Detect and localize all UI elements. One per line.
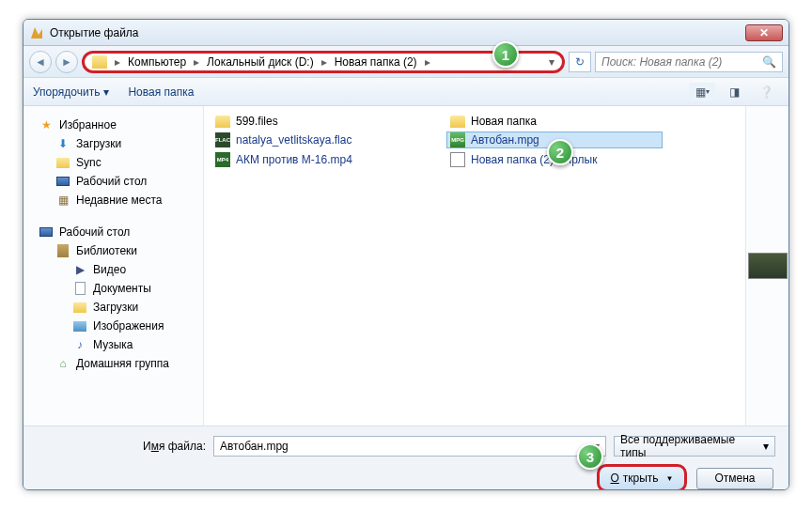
file-item[interactable]: MP4АКМ против М-16.mp4 [211,151,428,168]
chevron-right-icon: ▸ [113,55,122,69]
folder-icon [92,55,107,69]
split-arrow-icon: ▼ [666,474,674,483]
tree-pictures[interactable]: Изображения [23,317,203,335]
tree-recent[interactable]: ▦Недавние места [23,191,203,209]
recent-icon: ▦ [55,193,70,208]
view-icon: ▦ [695,85,706,99]
desktop-icon [39,227,53,237]
filename-label: Имя файла: [37,440,206,453]
tree-favorites[interactable]: ★Избранное [23,116,203,134]
window-title: Открытие файла [50,26,745,39]
file-list[interactable]: 599.files FLACnatalya_vetlitskaya.flac M… [204,106,745,426]
music-icon: ♪ [72,337,87,352]
homegroup-icon: ⌂ [55,356,70,371]
tree-video[interactable]: ▶Видео [23,260,203,279]
breadcrumb-seg[interactable]: Новая папка (2) [331,55,421,69]
tree-desktop2[interactable]: Рабочий стол [23,223,203,241]
chevron-down-icon: ▾ [706,87,710,96]
refresh-icon: ↻ [575,55,585,69]
picture-icon [73,321,86,332]
help-button[interactable]: ❔ [753,83,779,101]
shortcut-icon [450,152,465,167]
search-icon: 🔍 [762,55,776,69]
footer: Имя файла: Автобан.mpg▾ Все поддерживаем… [23,426,789,489]
new-folder-button[interactable]: Новая папка [128,85,194,99]
tree-documents[interactable]: Документы [23,279,203,298]
navbar: ◄ ► ▸ Компьютер ▸ Локальный диск (D:) ▸ … [23,46,789,78]
folder-icon [450,116,465,128]
filetype-combo[interactable]: Все поддерживаемые типы▾ [614,436,775,457]
file-dialog: Открытие файла ✕ ◄ ► ▸ Компьютер ▸ Локал… [23,19,789,490]
preview-pane-button[interactable]: ◨ [721,83,747,101]
folder-icon [56,158,70,168]
tree-sync[interactable]: Sync [23,153,203,172]
titlebar: Открытие файла ✕ [23,20,789,46]
callout-1: 1 [492,41,519,68]
file-item[interactable]: 599.files [211,114,428,129]
download-icon: ⬇ [55,136,70,151]
library-icon [57,244,69,257]
preview-pane [745,106,789,426]
tree-homegroup[interactable]: ⌂Домашняя группа [23,354,203,373]
filename-input[interactable]: Автобан.mpg▾ [213,436,606,457]
callout-3: 3 [577,443,603,470]
tree-desktop[interactable]: Рабочий стол [23,172,203,191]
preview-thumbnail [748,253,788,279]
file-item[interactable]: Новая папка [446,114,663,129]
video-icon: ▶ [72,262,87,277]
tree-downloads[interactable]: ⬇Загрузки [23,134,203,153]
cancel-button[interactable]: Отмена [696,468,773,489]
chevron-right-icon: ▸ [423,55,432,69]
folder-icon [73,302,86,313]
chevron-down-icon: ▾ [763,440,769,453]
breadcrumb-seg[interactable]: Локальный диск (D:) [203,55,318,69]
mpg-icon: MPG [450,132,465,147]
chevron-down-icon: ▾ [103,85,109,99]
app-icon [29,25,44,40]
view-options-button[interactable]: ▦▾ [689,83,715,101]
search-input[interactable] [601,55,762,69]
chevron-right-icon: ▸ [320,55,329,69]
organize-button[interactable]: Упорядочить ▾ [33,85,109,99]
chevron-right-icon: ▸ [192,55,201,69]
refresh-button[interactable]: ↻ [569,52,591,72]
arrow-left-icon: ◄ [35,55,46,69]
folder-icon [215,116,230,128]
forward-button[interactable]: ► [55,51,78,73]
tree-libraries[interactable]: Библиотеки [23,241,203,260]
close-button[interactable]: ✕ [745,24,783,41]
file-item[interactable]: FLACnatalya_vetlitskaya.flac [211,132,428,148]
document-icon [75,282,86,295]
flac-icon: FLAC [215,132,230,147]
chevron-down-icon[interactable]: ▾ [549,55,554,69]
arrow-right-icon: ► [61,55,72,69]
desktop-icon [56,177,70,186]
mp4-icon: MP4 [215,152,230,167]
search-box[interactable]: 🔍 [595,52,783,72]
nav-tree[interactable]: ★Избранное ⬇Загрузки Sync Рабочий стол ▦… [23,106,204,426]
tree-downloads2[interactable]: Загрузки [23,298,203,317]
star-icon: ★ [39,117,54,132]
close-icon: ✕ [759,26,769,39]
tree-music[interactable]: ♪Музыка [23,335,203,354]
back-button[interactable]: ◄ [29,51,52,73]
preview-icon: ◨ [729,85,740,99]
open-button[interactable]: Открыть▼ [597,464,687,490]
breadcrumb-seg[interactable]: Компьютер [124,55,190,69]
callout-2: 2 [547,139,573,165]
body: ★Избранное ⬇Загрузки Sync Рабочий стол ▦… [23,106,789,426]
toolbar: Упорядочить ▾ Новая папка ▦▾ ◨ ❔ [23,78,789,106]
help-icon: ❔ [759,85,773,99]
